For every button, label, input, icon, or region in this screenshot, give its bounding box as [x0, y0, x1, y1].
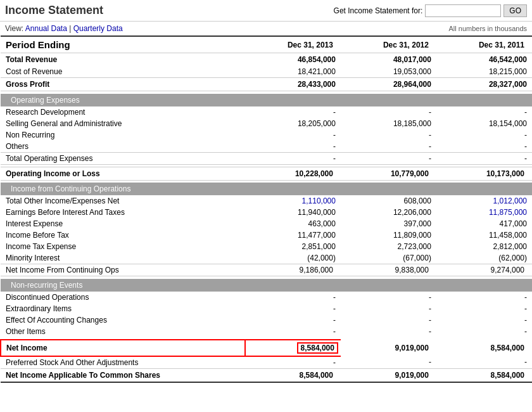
discontinued-v1: -: [245, 292, 341, 303]
income-tax-v2: 2,723,000: [341, 241, 436, 252]
gross-profit-label: Gross Profit: [1, 78, 245, 91]
interest-expense-row: Interest Expense 463,000 397,000 417,000: [1, 218, 532, 229]
other-items-label: Other Items: [1, 326, 245, 337]
continuing-ops-label: Income from Continuing Operations: [1, 183, 532, 195]
quarterly-data-link[interactable]: Quarterly Data: [73, 24, 123, 33]
net-income-label: Net Income: [1, 340, 245, 356]
total-other-label: Total Other Income/Expenses Net: [1, 195, 245, 207]
cost-revenue-v2: 19,053,000: [341, 66, 436, 78]
net-from-continuing-v2: 9,838,000: [341, 264, 436, 276]
gross-profit-v2: 28,964,000: [341, 78, 436, 91]
minority-interest-v3: (62,000): [436, 252, 532, 264]
other-items-row: Other Items - - -: [1, 326, 532, 337]
section-continuing-header: Income from Continuing Operations: [1, 183, 532, 195]
total-op-exp-v2: -: [341, 152, 436, 164]
total-revenue-v2: 48,017,000: [341, 53, 436, 67]
total-revenue-v3: 46,542,000: [436, 53, 532, 67]
header-bar: Income Statement Get Income Statement fo…: [0, 0, 532, 22]
interest-expense-label: Interest Expense: [1, 218, 245, 229]
non-recurring-v1: -: [245, 129, 341, 141]
net-applicable-v2: 9,019,000: [341, 368, 436, 382]
extraordinary-v3: -: [436, 303, 532, 314]
net-applicable-label: Net Income Applicable To Common Shares: [1, 368, 245, 382]
selling-label: Selling General and Administrative: [1, 118, 245, 129]
operating-income-v1: 10,228,000: [245, 167, 341, 180]
net-from-continuing-row: Net Income From Continuing Ops 9,186,000…: [1, 264, 532, 276]
view-bar: View: Annual Data | Quarterly Data All n…: [0, 22, 532, 35]
period-label: Period Ending: [1, 36, 245, 53]
earnings-before-row: Earnings Before Interest And Taxes 11,94…: [1, 207, 532, 218]
net-from-continuing-label: Net Income From Continuing Ops: [1, 264, 245, 276]
income-tax-v3: 2,812,000: [436, 241, 532, 252]
selling-v3: 18,154,000: [436, 118, 532, 129]
page-title: Income Statement: [5, 4, 103, 17]
minority-interest-v2: (67,000): [341, 252, 436, 264]
total-revenue-v1: 46,854,000: [245, 53, 341, 67]
get-label: Get Income Statement for:: [334, 6, 423, 15]
earnings-before-label: Earnings Before Interest And Taxes: [1, 207, 245, 218]
preferred-stock-v3: -: [436, 356, 532, 369]
total-op-exp-label: Total Operating Expenses: [1, 152, 245, 164]
income-tax-v1: 2,851,000: [245, 241, 341, 252]
operating-income-label: Operating Income or Loss: [1, 167, 245, 180]
income-tax-row: Income Tax Expense 2,851,000 2,723,000 2…: [1, 241, 532, 252]
research-v3: -: [436, 106, 532, 118]
cost-revenue-v1: 18,421,000: [245, 66, 341, 78]
income-before-tax-row: Income Before Tax 11,477,000 11,809,000 …: [1, 229, 532, 241]
go-button[interactable]: GO: [504, 4, 527, 17]
interest-expense-v3: 417,000: [436, 218, 532, 229]
annual-data-link[interactable]: Annual Data: [25, 24, 67, 33]
minority-interest-v1: (42,000): [245, 252, 341, 264]
net-income-v3: 8,584,000: [436, 340, 532, 356]
total-operating-expenses-row: Total Operating Expenses - - -: [1, 152, 532, 164]
nonrecurring-events-label: Non-recurring Events: [1, 279, 532, 292]
period-ending-row: Period Ending Dec 31, 2013 Dec 31, 2012 …: [1, 36, 532, 53]
col3-header: Dec 31, 2011: [436, 36, 532, 53]
interest-expense-v1: 463,000: [245, 218, 341, 229]
total-op-exp-v3: -: [436, 152, 532, 164]
discontinued-v3: -: [436, 292, 532, 303]
preferred-stock-v2: -: [341, 356, 436, 369]
others-v2: -: [341, 141, 436, 153]
selling-row: Selling General and Administrative 18,20…: [1, 118, 532, 129]
earnings-before-v1: 11,940,000: [245, 207, 341, 218]
research-label: Research Development: [1, 106, 245, 118]
effect-accounting-v1: -: [245, 314, 341, 326]
discontinued-v2: -: [341, 292, 436, 303]
earnings-before-v2: 12,206,000: [341, 207, 436, 218]
other-items-v2: -: [341, 326, 436, 337]
income-before-tax-v2: 11,809,000: [341, 229, 436, 241]
effect-accounting-v3: -: [436, 314, 532, 326]
cost-revenue-label: Cost of Revenue: [1, 66, 245, 78]
cost-of-revenue-row: Cost of Revenue 18,421,000 19,053,000 18…: [1, 66, 532, 78]
section-operating-header: Operating Expenses: [1, 94, 532, 106]
others-v1: -: [245, 141, 341, 153]
section-nonrecurring-header: Non-recurring Events: [1, 279, 532, 292]
selling-v2: 18,185,000: [341, 118, 436, 129]
research-row: Research Development - - -: [1, 106, 532, 118]
earnings-before-v3: 11,875,000: [436, 207, 532, 218]
net-from-continuing-v3: 9,274,000: [436, 264, 532, 276]
net-applicable-row: Net Income Applicable To Common Shares 8…: [1, 368, 532, 382]
gross-profit-v3: 28,327,000: [436, 78, 532, 91]
extraordinary-label: Extraordinary Items: [1, 303, 245, 314]
col1-header: Dec 31, 2013: [245, 36, 341, 53]
extraordinary-v2: -: [341, 303, 436, 314]
others-row: Others - - -: [1, 141, 532, 153]
preferred-stock-label: Preferred Stock And Other Adjustments: [1, 356, 245, 369]
net-income-v2: 9,019,000: [341, 340, 436, 356]
effect-accounting-v2: -: [341, 314, 436, 326]
operating-income-v2: 10,779,000: [341, 167, 436, 180]
total-revenue-label: Total Revenue: [1, 53, 245, 67]
operating-income-row: Operating Income or Loss 10,228,000 10,7…: [1, 167, 532, 180]
ticker-input[interactable]: [425, 4, 501, 17]
total-op-exp-v1: -: [245, 152, 341, 164]
total-other-v2: 608,000: [341, 195, 436, 207]
others-v3: -: [436, 141, 532, 153]
total-other-v3: 1,012,000: [436, 195, 532, 207]
income-tax-label: Income Tax Expense: [1, 241, 245, 252]
view-label: View:: [5, 24, 23, 33]
other-items-v3: -: [436, 326, 532, 337]
effect-accounting-label: Effect Of Accounting Changes: [1, 314, 245, 326]
non-recurring-row: Non Recurring - - -: [1, 129, 532, 141]
